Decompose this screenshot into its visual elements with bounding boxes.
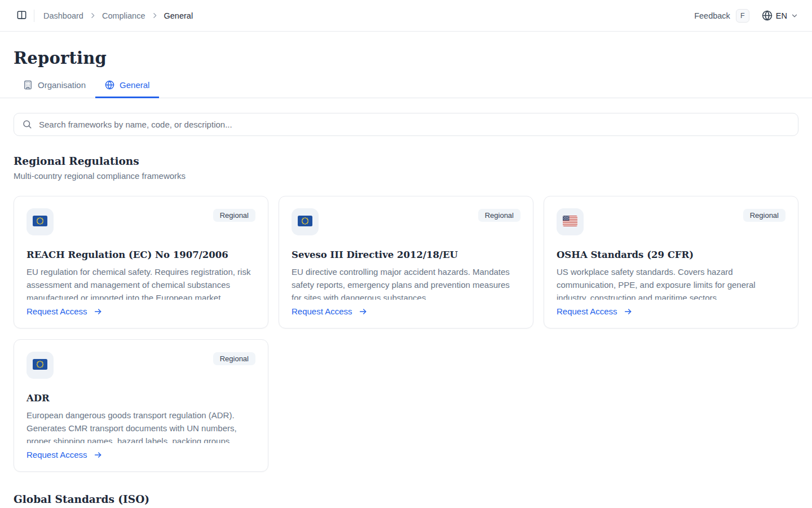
breadcrumb-item-dashboard[interactable]: Dashboard bbox=[43, 11, 83, 20]
arrow-right-icon bbox=[359, 307, 368, 316]
chevron-right-icon bbox=[89, 12, 96, 19]
tab-bar: Organisation General bbox=[0, 80, 812, 98]
request-access-label: Request Access bbox=[292, 306, 352, 316]
card-top-row: Regional bbox=[27, 208, 255, 235]
tab-organisation-label: Organisation bbox=[38, 80, 86, 90]
breadcrumb-item-compliance[interactable]: Compliance bbox=[102, 11, 145, 20]
page-head: Reporting bbox=[0, 32, 812, 68]
language-label: EN bbox=[776, 11, 787, 20]
request-access-label: Request Access bbox=[27, 450, 87, 459]
card-top-row: Regional bbox=[557, 208, 785, 235]
card-top-row: Regional bbox=[292, 208, 520, 235]
request-access-link[interactable]: Request Access bbox=[292, 306, 520, 316]
chevron-down-icon bbox=[791, 12, 798, 20]
card-title: Seveso III Directive 2012/18/EU bbox=[292, 249, 520, 260]
search-icon bbox=[22, 119, 32, 132]
section-regional-regulations: Regional Regulations Multi-country regio… bbox=[14, 155, 798, 181]
arrow-right-icon bbox=[94, 307, 103, 316]
search-input[interactable] bbox=[14, 113, 798, 136]
regional-badge: Regional bbox=[478, 209, 520, 222]
main-content: Regional Regulations Multi-country regio… bbox=[0, 98, 812, 508]
page-title: Reporting bbox=[14, 49, 798, 68]
request-access-label: Request Access bbox=[557, 306, 617, 316]
eu-flag-icon bbox=[33, 359, 47, 372]
section-subtitle: Multi-country regional compliance framew… bbox=[14, 171, 798, 181]
framework-cards-grid: Regional REACH Regulation (EC) No 1907/2… bbox=[14, 196, 798, 472]
flag-tile bbox=[27, 208, 54, 235]
top-bar: Dashboard Compliance General Feedback F … bbox=[0, 0, 812, 32]
card-description: EU directive controlling major accident … bbox=[292, 265, 520, 300]
regional-badge: Regional bbox=[743, 209, 785, 222]
panel-left-icon bbox=[16, 10, 27, 22]
regional-badge: Regional bbox=[213, 352, 255, 365]
chevron-right-icon bbox=[151, 12, 158, 19]
card-description: EU regulation for chemical safety. Requi… bbox=[27, 265, 255, 300]
section-title: Regional Regulations bbox=[14, 155, 798, 167]
tab-general[interactable]: General bbox=[95, 80, 159, 98]
card-description: European dangerous goods transport regul… bbox=[27, 409, 255, 443]
request-access-link[interactable]: Request Access bbox=[27, 450, 255, 459]
breadcrumb: Dashboard Compliance General bbox=[43, 11, 193, 20]
framework-card-osha[interactable]: Regional OSHA Standards (29 CFR) US work… bbox=[544, 196, 798, 329]
tab-general-label: General bbox=[120, 80, 149, 90]
eu-flag-icon bbox=[298, 216, 312, 229]
feedback-link[interactable]: Feedback F bbox=[694, 9, 749, 23]
feedback-shortcut-badge: F bbox=[736, 9, 749, 23]
card-title: OSHA Standards (29 CFR) bbox=[557, 249, 785, 260]
card-top-row: Regional bbox=[27, 352, 255, 379]
request-access-link[interactable]: Request Access bbox=[557, 306, 785, 316]
flag-tile bbox=[27, 352, 54, 379]
request-access-label: Request Access bbox=[27, 306, 87, 316]
card-title: REACH Regulation (EC) No 1907/2006 bbox=[27, 249, 255, 260]
flag-tile bbox=[557, 208, 584, 235]
feedback-label: Feedback bbox=[694, 11, 730, 20]
tab-organisation[interactable]: Organisation bbox=[14, 80, 95, 98]
section-title: Global Standards (ISO) bbox=[14, 493, 798, 505]
building-icon bbox=[23, 80, 33, 90]
arrow-right-icon bbox=[624, 307, 633, 316]
globe-icon bbox=[105, 80, 114, 90]
arrow-right-icon bbox=[94, 450, 103, 459]
section-global-standards: Global Standards (ISO) International reg… bbox=[14, 493, 798, 508]
search-bar bbox=[14, 113, 798, 136]
framework-card-seveso[interactable]: Regional Seveso III Directive 2012/18/EU… bbox=[279, 196, 533, 329]
topbar-right: Feedback F EN bbox=[694, 9, 798, 23]
framework-card-adr[interactable]: Regional ADR European dangerous goods tr… bbox=[14, 339, 268, 472]
language-selector[interactable]: EN bbox=[762, 10, 798, 21]
card-title: ADR bbox=[27, 393, 255, 404]
us-flag-icon bbox=[563, 216, 577, 229]
sidebar-toggle-button[interactable] bbox=[14, 8, 29, 24]
card-description: US workplace safety standards. Covers ha… bbox=[557, 265, 785, 300]
flag-tile bbox=[292, 208, 319, 235]
request-access-link[interactable]: Request Access bbox=[27, 306, 255, 316]
framework-card-reach[interactable]: Regional REACH Regulation (EC) No 1907/2… bbox=[14, 196, 268, 329]
globe-icon bbox=[762, 10, 773, 21]
eu-flag-icon bbox=[33, 216, 47, 229]
regional-badge: Regional bbox=[213, 209, 255, 222]
breadcrumb-item-general: General bbox=[164, 11, 193, 20]
header-divider bbox=[34, 10, 34, 22]
